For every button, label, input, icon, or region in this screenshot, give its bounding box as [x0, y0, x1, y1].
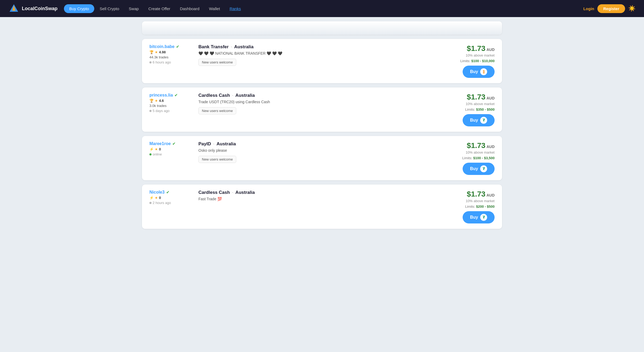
offer-method-row: Cardless Cash · Australia — [198, 93, 430, 98]
seller-info: princess.lia ✔ 🏆 ★ 4.6 3.0k trades 5 day… — [149, 93, 192, 113]
usdt-icon: ₮ — [480, 117, 487, 124]
seller-rating: 4.6 — [159, 99, 164, 103]
verified-icon: ✔ — [172, 142, 176, 146]
offer-description: Osko only please — [198, 148, 430, 153]
usdt-icon: ₮ — [480, 214, 487, 221]
buy-button[interactable]: Buy ₿ — [463, 66, 495, 78]
nav-dashboard[interactable]: Dashboard — [176, 4, 203, 13]
bolt-icon: ⚡ — [149, 196, 154, 200]
register-button[interactable]: Register — [597, 4, 625, 13]
logo-icon — [9, 3, 19, 14]
partial-card — [142, 21, 502, 35]
offer-tag: New users welcome — [198, 59, 236, 66]
online-dot — [149, 153, 152, 155]
offer-description: Trade USDT (TRC20) using Cardless Cash — [198, 100, 430, 104]
seller-badge-row: 🏆 ★ 4.6 — [149, 99, 192, 103]
offer-currency: AUD — [487, 96, 495, 100]
seller-rating: 4.98 — [159, 50, 166, 54]
offer-location: Australia — [234, 44, 254, 50]
verified-icon: ✔ — [174, 93, 178, 97]
offer-price-row: $1.73 AUD — [436, 190, 495, 198]
payment-method: Cardless Cash — [198, 190, 230, 195]
nav-buy-crypto[interactable]: Buy Crypto — [64, 4, 94, 13]
seller-rating: 0 — [159, 147, 161, 151]
trophy-icon: 🏆 — [149, 99, 154, 103]
seller-time: online — [149, 152, 192, 156]
offer-card: bitcoin.babe ✔ 🏆 ★ 4.98 44.3k trades 6 h… — [142, 39, 502, 83]
separator: · — [232, 190, 233, 195]
offer-location: Australia — [217, 141, 236, 147]
nav-right: Login Register ☀️ — [583, 4, 635, 13]
seller-name-link[interactable]: bitcoin.babe ✔ — [149, 44, 192, 49]
offer-price: $1.73 — [467, 93, 486, 101]
offer-above-market: 10% above market — [436, 199, 495, 203]
offer-price-row: $1.73 AUD — [436, 141, 495, 150]
offline-dot — [149, 202, 152, 204]
offer-price: $1.73 — [467, 141, 486, 150]
logo-text: LocalCoinSwap — [22, 6, 58, 11]
offer-card: Maree1roe ✔ ⚡ ★ 0 online PayID · Austral… — [142, 136, 502, 180]
seller-badge-row: ⚡ ★ 0 — [149, 196, 192, 200]
offer-description: Fast Trade 💯 — [198, 197, 430, 201]
offer-limits: Limits: $100 - $3,500 — [436, 156, 495, 160]
offer-above-market: 10% above market — [436, 150, 495, 154]
offer-above-market: 10% above market — [436, 53, 495, 57]
offer-description: 🖤 🖤 🖤 NATIONAL BANK TRANSFER 🖤 🖤 🖤 — [198, 51, 430, 55]
seller-rating: 0 — [159, 196, 161, 200]
seller-info: Maree1roe ✔ ⚡ ★ 0 online — [149, 141, 192, 156]
navbar: LocalCoinSwap Buy Crypto Sell Crypto Swa… — [0, 0, 644, 17]
seller-name-link[interactable]: princess.lia ✔ — [149, 93, 192, 98]
separator: · — [231, 44, 232, 50]
offer-limits: Limits: $200 - $500 — [436, 205, 495, 209]
star-icon: ★ — [155, 50, 158, 54]
offline-dot — [149, 61, 152, 63]
offer-method-row: Cardless Cash · Australia — [198, 190, 430, 195]
buy-label: Buy — [470, 215, 478, 220]
nav-swap[interactable]: Swap — [125, 4, 143, 13]
offline-dot — [149, 110, 152, 112]
verified-icon: ✔ — [176, 45, 179, 49]
trophy-icon: 🏆 — [149, 50, 154, 54]
nav-wallet[interactable]: Wallet — [205, 4, 224, 13]
offer-details: PayID · Australia Osko only please New u… — [198, 141, 430, 163]
offer-tag: New users welcome — [198, 156, 236, 163]
buy-button[interactable]: Buy ₮ — [463, 114, 495, 126]
theme-toggle[interactable]: ☀️ — [628, 5, 635, 12]
offer-details: Cardless Cash · Australia Fast Trade 💯 — [198, 190, 430, 201]
nav-links: Buy Crypto Sell Crypto Swap Create Offer… — [64, 4, 581, 13]
offer-tag: New users welcome — [198, 107, 236, 114]
star-icon: ★ — [155, 99, 158, 103]
payment-method: PayID — [198, 141, 211, 147]
offer-price-row: $1.73 AUD — [436, 93, 495, 101]
main-content: bitcoin.babe ✔ 🏆 ★ 4.98 44.3k trades 6 h… — [136, 17, 508, 237]
offer-method-row: PayID · Australia — [198, 141, 430, 147]
offer-price-row: $1.73 AUD — [436, 44, 495, 53]
offer-price: $1.73 — [467, 44, 486, 53]
offer-above-market: 10% above market — [436, 102, 495, 106]
nav-create-offer[interactable]: Create Offer — [144, 4, 174, 13]
seller-info: Nicole3 ✔ ⚡ ★ 0 2 hours ago — [149, 190, 192, 205]
separator: · — [232, 93, 233, 98]
usdt-icon: ₮ — [480, 165, 487, 172]
seller-badge-row: 🏆 ★ 4.98 — [149, 50, 192, 54]
seller-time: 2 hours ago — [149, 201, 192, 205]
seller-name-link[interactable]: Maree1roe ✔ — [149, 141, 192, 146]
offer-limits: Limits: $350 - $500 — [436, 107, 495, 111]
seller-trades: 3.0k trades — [149, 104, 192, 108]
nav-ranks[interactable]: Ranks — [225, 4, 245, 13]
seller-name-link[interactable]: Nicole3 ✔ — [149, 190, 192, 195]
seller-trades: 44.3k trades — [149, 55, 192, 59]
offer-location: Australia — [235, 190, 255, 195]
logo[interactable]: LocalCoinSwap — [9, 3, 58, 14]
seller-info: bitcoin.babe ✔ 🏆 ★ 4.98 44.3k trades 6 h… — [149, 44, 192, 64]
offer-details: Bank Transfer · Australia 🖤 🖤 🖤 NATIONAL… — [198, 44, 430, 66]
seller-time: 6 hours ago — [149, 60, 192, 64]
offer-currency: AUD — [487, 193, 495, 197]
buy-button[interactable]: Buy ₮ — [463, 163, 495, 175]
btc-icon: ₿ — [480, 68, 487, 75]
login-button[interactable]: Login — [583, 6, 594, 11]
seller-time: 5 days ago — [149, 109, 192, 113]
buy-button[interactable]: Buy ₮ — [463, 211, 495, 223]
nav-sell-crypto[interactable]: Sell Crypto — [95, 4, 123, 13]
verified-icon: ✔ — [166, 190, 169, 194]
